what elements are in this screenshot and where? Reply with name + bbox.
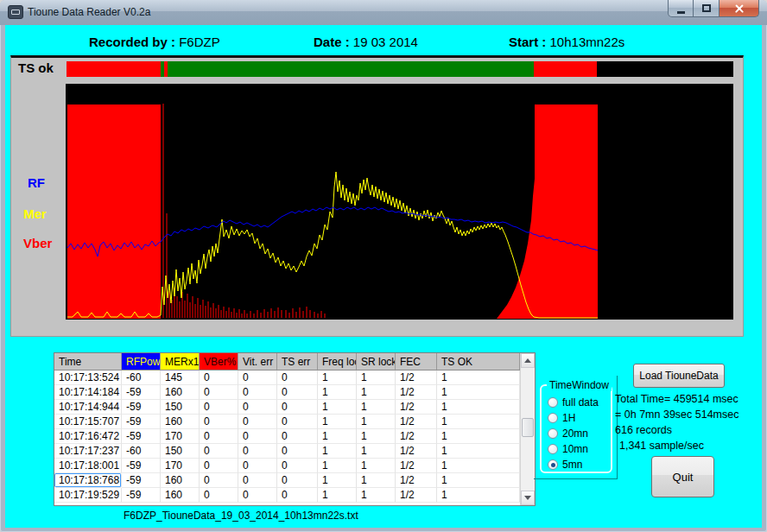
- close-button[interactable]: [719, 0, 759, 17]
- table-cell[interactable]: 0: [238, 488, 277, 503]
- radio-icon[interactable]: [548, 397, 558, 408]
- data-table[interactable]: TimeRFPowerMERx10VBer%Vit. errTS errFreq…: [54, 352, 536, 506]
- table-cell[interactable]: 10:17:16:472: [54, 429, 122, 444]
- table-cell[interactable]: 0: [277, 488, 318, 503]
- table-cell[interactable]: -59: [122, 385, 161, 400]
- table-cell[interactable]: 1/2: [396, 400, 437, 415]
- timewindow-option-5mn[interactable]: 5mn: [548, 459, 582, 471]
- table-cell[interactable]: 145: [161, 370, 200, 385]
- table-cell[interactable]: 0: [238, 415, 277, 429]
- table-cell[interactable]: 1: [437, 488, 520, 503]
- table-cell[interactable]: 0: [200, 473, 238, 488]
- table-cell[interactable]: 10:17:18:001: [54, 459, 122, 473]
- table-cell[interactable]: 1: [318, 473, 357, 488]
- column-header[interactable]: MERx10: [161, 353, 200, 370]
- table-cell[interactable]: 0: [277, 429, 318, 444]
- table-cell[interactable]: 10:17:15:707: [54, 415, 122, 429]
- table-cell[interactable]: 0: [200, 429, 238, 444]
- table-row[interactable]: 10:17:14:184-59160000111/21: [54, 385, 520, 400]
- table-cell[interactable]: 1: [318, 370, 357, 385]
- table-cell[interactable]: 0: [238, 459, 277, 473]
- table-cell[interactable]: 10:17:14:944: [54, 400, 122, 415]
- table-cell[interactable]: 160: [161, 385, 200, 400]
- timewindow-option-full-data[interactable]: full data: [548, 396, 599, 408]
- table-row[interactable]: 10:17:17:237-60150000111/21: [54, 444, 520, 459]
- table-cell[interactable]: 1: [357, 385, 396, 400]
- table-cell[interactable]: 1: [357, 459, 396, 473]
- table-cell[interactable]: 10:17:17:237: [54, 444, 122, 459]
- table-cell[interactable]: 0: [238, 444, 277, 459]
- table-cell[interactable]: 10:17:13:524: [54, 370, 122, 385]
- table-cell[interactable]: 0: [200, 385, 238, 400]
- table-cell[interactable]: 0: [238, 473, 277, 488]
- table-cell[interactable]: 1: [437, 459, 520, 473]
- table-cell[interactable]: 0: [200, 444, 238, 459]
- table-cell[interactable]: -59: [122, 429, 161, 444]
- column-header[interactable]: Freq lock: [318, 353, 357, 370]
- table-cell[interactable]: 0: [277, 400, 318, 415]
- table-cell[interactable]: 1: [437, 400, 520, 415]
- table-cell[interactable]: 160: [161, 415, 200, 429]
- scroll-up-button[interactable]: [521, 353, 535, 368]
- table-cell[interactable]: 1: [318, 385, 357, 400]
- table-cell[interactable]: 150: [161, 400, 200, 415]
- table-cell[interactable]: 170: [161, 459, 200, 473]
- radio-icon[interactable]: [548, 413, 558, 423]
- table-cell[interactable]: 1: [318, 429, 357, 444]
- quit-button[interactable]: Quit: [651, 456, 714, 497]
- table-cell[interactable]: 1/2: [396, 429, 437, 444]
- radio-icon[interactable]: [548, 444, 558, 454]
- table-cell[interactable]: 1: [318, 488, 357, 503]
- table-cell[interactable]: -59: [122, 488, 161, 503]
- table-cell[interactable]: 170: [161, 429, 200, 444]
- table-row[interactable]: 10:17:19:529-59160000111/21: [54, 488, 520, 503]
- table-row[interactable]: 10:17:18:001-59170000111/21: [54, 459, 520, 473]
- scrollbar-thumb[interactable]: [522, 418, 534, 437]
- table-cell[interactable]: -60: [122, 444, 161, 459]
- column-header[interactable]: TS OK: [437, 353, 520, 370]
- scroll-down-button[interactable]: [521, 491, 535, 505]
- table-cell[interactable]: 1: [357, 473, 396, 488]
- table-cell[interactable]: 1: [318, 459, 357, 473]
- radio-selected-icon[interactable]: [548, 459, 558, 470]
- timewindow-option-1H[interactable]: 1H: [548, 412, 575, 424]
- table-cell[interactable]: 1: [357, 415, 396, 429]
- table-cell[interactable]: 1: [437, 385, 520, 400]
- radio-icon[interactable]: [548, 428, 558, 439]
- table-cell[interactable]: 1: [437, 415, 520, 429]
- table-cell[interactable]: 0: [277, 459, 318, 473]
- table-cell[interactable]: 0: [238, 385, 277, 400]
- table-cell[interactable]: 0: [277, 385, 318, 400]
- column-header[interactable]: Vit. err: [238, 353, 277, 370]
- table-cell[interactable]: 0: [277, 444, 318, 459]
- table-cell[interactable]: 1: [437, 429, 520, 444]
- table-row[interactable]: 10:17:15:707-59160000111/21: [54, 415, 520, 429]
- table-cell[interactable]: 1: [357, 400, 396, 415]
- title-bar[interactable]: Tioune Data Reader V0.2a: [0, 0, 767, 25]
- column-header[interactable]: TS err: [277, 353, 318, 370]
- table-row[interactable]: 10:17:18:768-59160000111/21: [54, 473, 520, 488]
- table-scrollbar[interactable]: [520, 353, 535, 505]
- column-header[interactable]: SR lock: [357, 353, 396, 370]
- table-row[interactable]: 10:17:13:524-60145000111/21: [54, 370, 520, 385]
- table-cell[interactable]: 150: [161, 444, 200, 459]
- table-cell[interactable]: 160: [161, 488, 200, 503]
- timewindow-option-20mn[interactable]: 20mn: [548, 428, 588, 440]
- table-cell[interactable]: 0: [200, 400, 238, 415]
- table-cell[interactable]: 1: [357, 370, 396, 385]
- table-row[interactable]: 10:17:16:472-59170000111/21: [54, 429, 520, 444]
- column-header[interactable]: VBer%: [200, 353, 238, 370]
- table-cell[interactable]: 1: [357, 488, 396, 503]
- table-cell[interactable]: 1/2: [396, 473, 437, 488]
- table-cell[interactable]: 1: [318, 415, 357, 429]
- minimize-button[interactable]: [668, 0, 694, 17]
- table-cell[interactable]: 0: [277, 473, 318, 488]
- table-cell[interactable]: 1: [357, 429, 396, 444]
- table-cell[interactable]: -59: [122, 400, 161, 415]
- table-cell[interactable]: 1/2: [396, 370, 437, 385]
- table-cell[interactable]: 1/2: [396, 444, 437, 459]
- table-cell[interactable]: 10:17:19:529: [54, 488, 122, 503]
- table-cell[interactable]: -59: [122, 415, 161, 429]
- table-cell[interactable]: -60: [122, 370, 161, 385]
- table-cell[interactable]: 1: [357, 444, 396, 459]
